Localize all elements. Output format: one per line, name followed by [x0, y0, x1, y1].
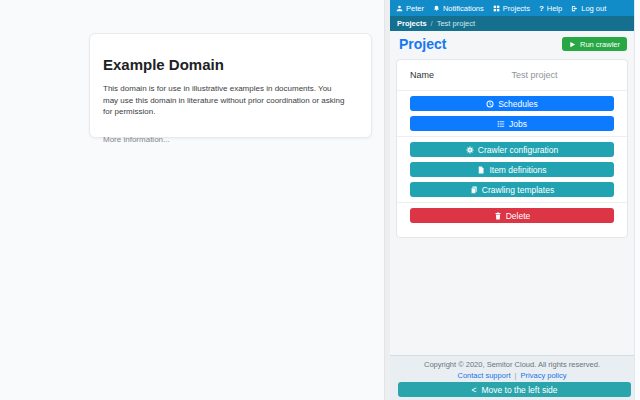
move-to-left-side-button[interactable]: < Move to the left side [398, 382, 631, 397]
crawling-templates-button[interactable]: Crawling templates [410, 182, 614, 197]
page-body-text: This domain is for use in illustrative e… [103, 83, 346, 118]
crawling-templates-label: Crawling templates [482, 185, 554, 195]
panel-content: Project Run crawler Name Test project [390, 31, 634, 355]
breadcrumb: Projects / Test project [390, 16, 640, 31]
name-row: Name Test project [410, 65, 614, 85]
copy-icon [470, 186, 478, 194]
name-label: Name [410, 70, 434, 80]
example-domain-card: Example Domain This domain is for use in… [89, 33, 372, 138]
run-crawler-button[interactable]: Run crawler [562, 37, 627, 51]
play-icon [569, 41, 576, 48]
nav-projects[interactable]: Projects [493, 4, 530, 13]
content-header: Project Run crawler [390, 31, 634, 57]
schedules-button[interactable]: Schedules [410, 96, 614, 111]
nav-notifications-label: Notifications [443, 4, 484, 13]
move-button-label: Move to the left side [481, 385, 557, 395]
jobs-label: Jobs [509, 119, 527, 129]
item-definitions-button[interactable]: Item definitions [410, 162, 614, 177]
breadcrumb-current: Test project [437, 19, 475, 28]
copyright-text: Copyright © 2020, Semitor Cloud. All rig… [390, 360, 634, 369]
top-nav: Peter Notifications Projects ? Help [390, 0, 640, 16]
screen: Example Domain This domain is for use in… [0, 0, 640, 400]
delete-button[interactable]: Delete [410, 208, 614, 223]
nav-help-label: Help [547, 4, 562, 13]
schedules-label: Schedules [498, 99, 538, 109]
extension-panel: Peter Notifications Projects ? Help [390, 0, 640, 400]
question-mark-icon: ? [539, 4, 544, 13]
contact-support-link[interactable]: Contact support [458, 371, 511, 380]
page-title: Example Domain [103, 56, 358, 73]
nav-notifications[interactable]: Notifications [433, 4, 484, 13]
nav-logout[interactable]: Log out [571, 4, 606, 13]
user-icon [396, 5, 403, 12]
project-card: Name Test project Schedules Jobs [396, 59, 628, 238]
chevron-left-icon: < [471, 385, 476, 395]
clock-icon [486, 100, 494, 108]
page-heading: Project [399, 36, 446, 52]
bell-icon [433, 5, 440, 12]
trash-icon [494, 212, 502, 220]
panel-footer: Copyright © 2020, Semitor Cloud. All rig… [390, 355, 634, 400]
divider [397, 202, 627, 203]
footer-links-separator: | [515, 371, 517, 380]
example-domain-page: Example Domain This domain is for use in… [0, 0, 384, 400]
crawler-configuration-label: Crawler configuration [478, 145, 558, 155]
crawler-configuration-button[interactable]: Crawler configuration [410, 142, 614, 157]
delete-label: Delete [506, 211, 531, 221]
gear-icon [466, 146, 474, 154]
nav-projects-label: Projects [503, 4, 530, 13]
nav-help[interactable]: ? Help [539, 4, 562, 13]
privacy-policy-link[interactable]: Privacy policy [521, 371, 567, 380]
nav-user[interactable]: Peter [396, 4, 424, 13]
breadcrumb-separator: / [431, 19, 433, 28]
grid-icon [493, 5, 500, 12]
list-icon [497, 120, 505, 128]
panel-scrollbar[interactable] [634, 0, 640, 400]
jobs-button[interactable]: Jobs [410, 116, 614, 131]
nav-user-label: Peter [406, 4, 424, 13]
item-definitions-label: Item definitions [489, 165, 546, 175]
run-crawler-label: Run crawler [580, 40, 620, 49]
divider [397, 136, 627, 137]
divider [397, 90, 627, 91]
footer-links: Contact support | Privacy policy [390, 371, 634, 380]
file-icon [477, 166, 485, 174]
more-information-link[interactable]: More information... [103, 135, 170, 144]
sign-out-icon [571, 5, 578, 12]
name-value: Test project [492, 70, 578, 80]
nav-logout-label: Log out [581, 4, 606, 13]
breadcrumb-projects-link[interactable]: Projects [397, 19, 427, 28]
